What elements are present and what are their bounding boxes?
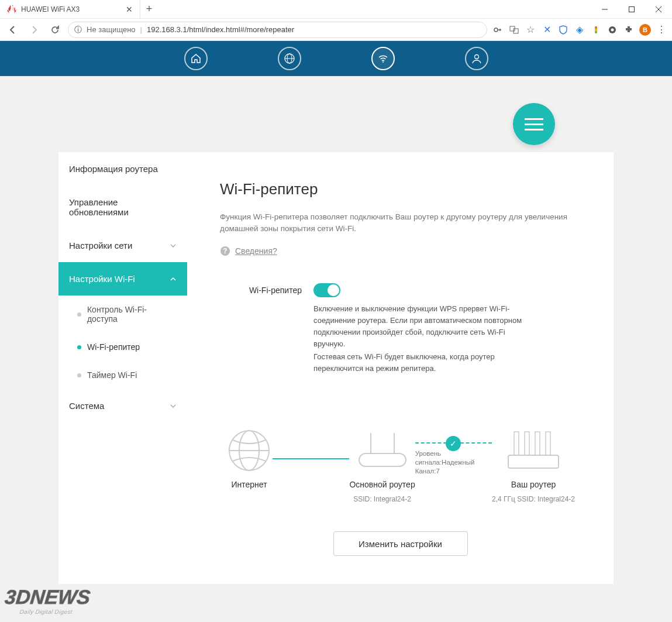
sidebar-item-wifi[interactable]: Настройки Wi-Fi — [58, 262, 187, 295]
your-router-icon — [501, 427, 566, 474]
window-close-button[interactable] — [645, 0, 672, 18]
menu-icon[interactable]: ⋮ — [656, 24, 667, 36]
page-description: Функция Wi-Fi-репитера позволяет подключ… — [220, 211, 581, 235]
signal-info: Уровень сигнала:Надежный Канал:7 — [415, 449, 492, 476]
insecure-label: Не защищено — [87, 25, 136, 34]
details-link[interactable]: ? Сведения? — [220, 246, 581, 256]
svg-rect-26 — [508, 455, 559, 468]
forward-button[interactable] — [26, 22, 42, 38]
address-bar[interactable]: ⓘ Не защищено | 192.168.3.1/html/index.h… — [68, 22, 487, 38]
huawei-favicon — [7, 5, 16, 14]
svg-point-4 — [494, 28, 498, 32]
nav-wifi-icon[interactable] — [371, 47, 395, 70]
sidebar-sub-timer[interactable]: Таймер Wi-Fi — [58, 361, 187, 389]
sidebar: Информация роутера Управление обновления… — [58, 152, 187, 584]
window-maximize-button[interactable] — [618, 0, 645, 18]
node-internet: Интернет — [226, 427, 273, 489]
more-menu-button[interactable] — [513, 103, 555, 145]
save-button[interactable]: Изменить настройки — [333, 531, 468, 556]
nav-home-icon[interactable] — [184, 47, 208, 70]
tab-title: HUAWEI WiFi AX3 — [21, 5, 121, 13]
svg-rect-21 — [359, 453, 406, 466]
extension3-icon[interactable] — [590, 24, 602, 36]
extension2-icon[interactable]: ◈ — [574, 24, 585, 36]
translate-icon[interactable] — [508, 24, 520, 36]
node-main-router: Основной роутер SSID: Integral24-2 — [349, 427, 415, 503]
chevron-up-icon — [170, 276, 177, 283]
question-icon: ? — [220, 246, 230, 256]
svg-text:?: ? — [223, 247, 227, 255]
sidebar-item-network-label: Настройки сети — [69, 240, 132, 250]
node-your-router: Ваш роутер 2,4 ГГц SSID: Integral24-2 — [492, 427, 575, 503]
chevron-down-icon — [170, 242, 177, 249]
extension1-icon[interactable]: ✕ — [541, 24, 553, 36]
back-button[interactable] — [5, 22, 21, 38]
sidebar-item-system-label: Система — [69, 401, 104, 411]
key-icon[interactable] — [492, 24, 504, 36]
repeater-toggle-label: Wi-Fi-репитер — [220, 283, 302, 375]
nav-internet-icon[interactable] — [278, 47, 301, 70]
sidebar-sub-access-control[interactable]: Контроль Wi-Fi-доступа — [58, 295, 187, 333]
svg-point-12 — [382, 61, 384, 63]
sidebar-item-wifi-label: Настройки Wi-Fi — [69, 274, 135, 284]
sidebar-item-router-info[interactable]: Информация роутера — [58, 152, 187, 185]
watermark: 3DNEWS Daily Digital Digest — [3, 586, 91, 615]
shield-icon[interactable] — [557, 24, 569, 36]
globe-icon — [226, 427, 273, 474]
svg-point-8 — [611, 28, 614, 31]
nav-user-icon[interactable] — [465, 47, 488, 70]
svg-point-13 — [474, 55, 478, 59]
main-panel: Wi-Fi-репитер Функция Wi-Fi-репитера поз… — [187, 152, 614, 584]
star-icon[interactable]: ☆ — [525, 24, 536, 36]
svg-rect-25 — [546, 432, 550, 455]
page-body: Информация роутера Управление обновления… — [0, 41, 672, 622]
browser-tab[interactable]: HUAWEI WiFi AX3 ✕ — [0, 0, 140, 18]
repeater-note-2: Гостевая сеть Wi-Fi будет выключена, ког… — [313, 351, 536, 374]
sidebar-sub-repeater[interactable]: Wi-Fi-репитер — [58, 333, 187, 361]
page-title: Wi-Fi-репитер — [220, 180, 581, 198]
window-minimize-button[interactable] — [591, 0, 618, 18]
new-tab-button[interactable]: + — [140, 0, 158, 18]
reload-button[interactable] — [47, 22, 63, 38]
info-icon: ⓘ — [74, 25, 82, 35]
svg-rect-24 — [535, 432, 540, 455]
svg-rect-23 — [525, 432, 529, 455]
svg-rect-22 — [514, 432, 519, 455]
repeater-toggle[interactable] — [313, 283, 340, 297]
connection-solid — [273, 458, 349, 459]
tab-close-icon[interactable]: ✕ — [126, 5, 133, 14]
adblock-icon[interactable] — [606, 24, 618, 36]
topology-diagram: Интернет Основной роутер SSID: Integral2… — [220, 427, 581, 503]
sidebar-item-system[interactable]: Система — [58, 389, 187, 422]
chevron-down-icon — [170, 403, 177, 410]
profile-avatar[interactable]: В — [639, 24, 651, 36]
repeater-note-1: Включение и выключение функции WPS прерв… — [313, 303, 536, 350]
app-header — [0, 41, 672, 76]
router-icon — [353, 427, 412, 474]
sidebar-item-updates[interactable]: Управление обновлениями — [58, 185, 187, 229]
browser-toolbar: ⓘ Не защищено | 192.168.3.1/html/index.h… — [0, 19, 672, 41]
window-titlebar: HUAWEI WiFi AX3 ✕ + — [0, 0, 672, 19]
svg-rect-1 — [629, 6, 635, 12]
sidebar-item-network[interactable]: Настройки сети — [58, 229, 187, 262]
url-text: 192.168.3.1/html/index.html#/more/repeat… — [147, 25, 294, 34]
extensions-icon[interactable] — [623, 24, 635, 36]
